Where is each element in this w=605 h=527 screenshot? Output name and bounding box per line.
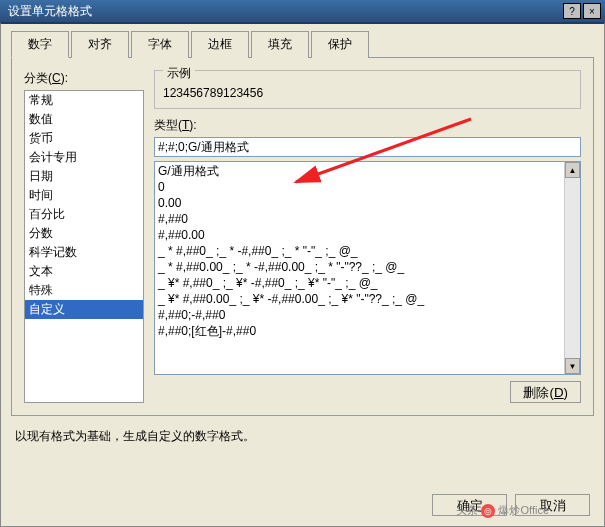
watermark-icon: ◎ [481,504,495,518]
category-item[interactable]: 科学记数 [25,243,143,262]
right-column: 示例 123456789123456 类型(T): G/通用格式00.00#,#… [154,70,581,403]
format-item[interactable]: #,##0;[红色]-#,##0 [158,323,561,339]
category-item[interactable]: 货币 [25,129,143,148]
dialog-body: 数字 对齐 字体 边框 填充 保护 分类(C): 常规数值货币会计专用日期时间百… [0,22,605,527]
format-item[interactable]: _ * #,##0_ ;_ * -#,##0_ ;_ * "-"_ ;_ @_ [158,243,561,259]
hint-text: 以现有格式为基础，生成自定义的数字格式。 [15,428,590,445]
format-item[interactable]: _ ¥* #,##0_ ;_ ¥* -#,##0_ ;_ ¥* "-"_ ;_ … [158,275,561,291]
type-label-prefix: 类型( [154,118,182,132]
sample-value: 123456789123456 [163,86,572,100]
category-column: 分类(C): 常规数值货币会计专用日期时间百分比分数科学记数文本特殊自定义 [24,70,144,403]
category-list[interactable]: 常规数值货币会计专用日期时间百分比分数科学记数文本特殊自定义 [24,90,144,403]
type-label: 类型(T): [154,117,581,134]
sample-box: 示例 123456789123456 [154,70,581,109]
format-item[interactable]: 0 [158,179,561,195]
format-item[interactable]: G/通用格式 [158,163,561,179]
scroll-up-icon[interactable]: ▲ [565,162,580,178]
format-item[interactable]: #,##0;-#,##0 [158,307,561,323]
tab-strip: 数字 对齐 字体 边框 填充 保护 [11,30,594,58]
close-button[interactable]: × [583,3,601,19]
tab-alignment[interactable]: 对齐 [71,31,129,58]
delete-button[interactable]: 删除(D) [510,381,581,403]
category-item[interactable]: 时间 [25,186,143,205]
category-item[interactable]: 日期 [25,167,143,186]
delete-row: 删除(D) [154,381,581,403]
tab-number[interactable]: 数字 [11,31,69,58]
watermark-prefix: 头条 [456,503,478,518]
title-bar: 设置单元格格式 ? × [0,0,605,22]
category-item[interactable]: 常规 [25,91,143,110]
tab-font[interactable]: 字体 [131,31,189,58]
category-item[interactable]: 会计专用 [25,148,143,167]
delete-btn-hotkey: D [554,385,564,400]
category-item[interactable]: 分数 [25,224,143,243]
format-item[interactable]: _ * #,##0.00_ ;_ * -#,##0.00_ ;_ * "-"??… [158,259,561,275]
category-item[interactable]: 自定义 [25,300,143,319]
tab-panel: 分类(C): 常规数值货币会计专用日期时间百分比分数科学记数文本特殊自定义 示例… [11,58,594,416]
scrollbar[interactable]: ▲ ▼ [564,162,580,374]
format-item[interactable]: _ ¥* #,##0.00_ ;_ ¥* -#,##0.00_ ;_ ¥* "-… [158,291,561,307]
category-label-prefix: 分类( [24,71,52,85]
window-title: 设置单元格格式 [4,3,561,20]
format-item[interactable]: #,##0 [158,211,561,227]
category-item[interactable]: 百分比 [25,205,143,224]
format-item[interactable]: 0.00 [158,195,561,211]
sample-legend: 示例 [163,65,195,82]
delete-btn-suffix: ) [564,385,568,400]
category-label: 分类(C): [24,70,144,87]
category-item[interactable]: 特殊 [25,281,143,300]
type-label-suffix: ): [189,118,196,132]
tab-border[interactable]: 边框 [191,31,249,58]
format-list-container: G/通用格式00.00#,##0#,##0.00_ * #,##0_ ;_ * … [154,161,581,375]
type-input[interactable] [154,137,581,157]
help-button[interactable]: ? [563,3,581,19]
tab-protection[interactable]: 保护 [311,31,369,58]
format-list[interactable]: G/通用格式00.00#,##0#,##0.00_ * #,##0_ ;_ * … [155,162,564,374]
category-label-suffix: ): [61,71,68,85]
tab-fill[interactable]: 填充 [251,31,309,58]
scroll-down-icon[interactable]: ▼ [565,358,580,374]
category-item[interactable]: 数值 [25,110,143,129]
category-label-hotkey: C [52,71,61,85]
watermark-text: 爆炒Office [498,503,549,518]
format-item[interactable]: #,##0.00 [158,227,561,243]
delete-btn-prefix: 删除( [523,385,553,400]
watermark: 头条 ◎ 爆炒Office [456,503,549,518]
category-item[interactable]: 文本 [25,262,143,281]
